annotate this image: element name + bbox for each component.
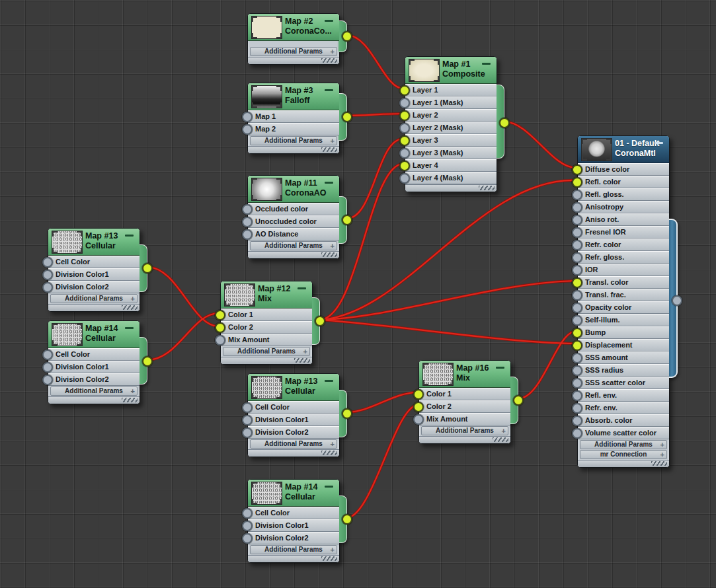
input-socket[interactable] (572, 428, 582, 439)
node-thumbnail-noise[interactable] (52, 231, 83, 254)
rollout-bar[interactable]: Additional Params+ (250, 439, 337, 449)
input-socket[interactable] (242, 112, 253, 122)
input-socket[interactable] (215, 322, 225, 333)
output-socket[interactable] (342, 215, 352, 225)
minimize-icon[interactable] (125, 235, 134, 237)
input-socket[interactable] (572, 177, 582, 188)
input-socket[interactable] (572, 240, 582, 250)
node-map14B[interactable]: Map #14CellularCell ColorDivision Color1… (247, 479, 340, 563)
input-socket[interactable] (413, 389, 424, 400)
input-socket[interactable] (242, 402, 253, 413)
node-header[interactable]: Map #12Mix (221, 281, 312, 309)
input-socket[interactable] (572, 315, 582, 326)
input-socket[interactable] (242, 229, 253, 240)
node-header[interactable]: 01 - DefaultCoronaMtl (578, 136, 669, 163)
minimize-icon[interactable] (325, 20, 333, 22)
node-map16[interactable]: Map #16MixColor 1Color 2Mix AmountAdditi… (418, 360, 511, 444)
input-socket[interactable] (399, 173, 410, 184)
input-socket[interactable] (242, 533, 253, 544)
output-socket[interactable] (342, 112, 352, 122)
node-header[interactable]: Map #2CoronaCo... (248, 14, 339, 41)
input-socket[interactable] (42, 349, 53, 360)
resize-grip[interactable] (48, 304, 139, 311)
input-socket[interactable] (572, 365, 582, 376)
node-thumbnail-cream-v[interactable] (409, 59, 440, 82)
input-socket[interactable] (413, 402, 424, 412)
wire map16.output -> material.Bump[interactable] (518, 331, 576, 399)
input-socket[interactable] (572, 353, 582, 363)
node-header[interactable]: Map #16Mix (419, 361, 510, 388)
minimize-icon[interactable] (125, 327, 134, 329)
node-header[interactable]: Map #13Cellular (48, 229, 139, 256)
input-socket[interactable] (572, 277, 582, 288)
input-socket[interactable] (572, 403, 582, 414)
rollout-bar[interactable]: Additional Params+ (223, 347, 310, 356)
output-socket[interactable] (513, 395, 524, 406)
minimize-icon[interactable] (655, 142, 663, 144)
minimize-icon[interactable] (298, 287, 306, 289)
input-socket[interactable] (42, 375, 53, 385)
input-socket[interactable] (42, 270, 53, 280)
input-socket[interactable] (572, 215, 582, 225)
input-socket[interactable] (413, 414, 424, 425)
node-material[interactable]: 01 - DefaultCoronaMtlDiffuse colorRefl. … (577, 135, 670, 468)
input-socket[interactable] (399, 123, 410, 133)
wire map2.output -> composite.Layer 1[interactable] (346, 35, 403, 89)
resize-grip[interactable] (248, 57, 339, 64)
wire map11.output -> composite.Layer 3[interactable] (346, 139, 403, 219)
node-header[interactable]: Map #13Cellular (248, 374, 339, 401)
resize-grip[interactable] (405, 184, 497, 192)
output-socket[interactable] (142, 263, 153, 274)
input-socket[interactable] (242, 217, 253, 227)
input-socket[interactable] (572, 378, 582, 388)
input-socket[interactable] (572, 290, 582, 301)
input-socket[interactable] (42, 362, 53, 373)
input-socket[interactable] (215, 310, 225, 320)
input-socket[interactable] (572, 265, 582, 276)
input-socket[interactable] (42, 257, 53, 268)
output-socket[interactable] (342, 31, 352, 42)
rollout-bar[interactable]: Additional Params+ (250, 545, 337, 554)
input-socket[interactable] (399, 148, 410, 159)
minimize-icon[interactable] (325, 380, 333, 382)
wire map13L.output -> map12.Color 2[interactable] (147, 267, 219, 326)
input-socket[interactable] (399, 85, 410, 96)
rollout-bar[interactable]: Additional Params+ (50, 294, 138, 303)
input-socket[interactable] (572, 165, 582, 175)
node-thumbnail-noise[interactable] (251, 376, 282, 399)
input-socket[interactable] (399, 161, 410, 171)
resize-grip[interactable] (419, 436, 510, 443)
node-map13L[interactable]: Map #13CellularCell ColorDivision Color1… (48, 228, 140, 312)
wire map12.output -> material.Transl. color[interactable] (319, 281, 576, 320)
input-socket[interactable] (242, 124, 253, 135)
node-map2[interactable]: Map #2CoronaCo...Additional Params+ (247, 13, 340, 65)
minimize-icon[interactable] (325, 89, 333, 91)
node-header[interactable]: Map #14Cellular (48, 321, 139, 348)
wire map12.output -> material.Refl. color[interactable] (319, 180, 576, 320)
wire map14B.output -> map16.Color 2[interactable] (346, 405, 417, 518)
input-socket[interactable] (572, 190, 582, 200)
input-socket[interactable] (572, 416, 582, 426)
input-socket[interactable] (215, 335, 225, 346)
input-socket[interactable] (572, 328, 582, 338)
input-socket[interactable] (572, 202, 582, 213)
node-thumbnail-falloff[interactable] (251, 85, 282, 108)
input-socket[interactable] (242, 427, 253, 438)
node-graph-canvas[interactable]: Map #2CoronaCo...Additional Params+Map #… (0, 0, 716, 588)
node-map3[interactable]: Map #3FalloffMap 1Map 2Additional Params… (247, 83, 340, 154)
input-socket[interactable] (399, 98, 410, 108)
resize-grip[interactable] (248, 251, 339, 258)
resize-grip[interactable] (48, 396, 139, 404)
wire map13M.output -> map16.Color 1[interactable] (346, 392, 417, 412)
input-socket[interactable] (242, 415, 253, 425)
node-map11[interactable]: Map #11CoronaAOOccluded colorUnoccluded … (247, 175, 340, 259)
rollout-bar[interactable]: Additional Params+ (250, 136, 337, 145)
rollout-bar[interactable]: Additional Params+ (250, 47, 337, 56)
rollout-bar[interactable]: Additional Params+ (580, 440, 667, 449)
input-socket[interactable] (572, 227, 582, 238)
node-thumbnail-noise[interactable] (422, 363, 454, 386)
node-header[interactable]: Map #1Composite (405, 57, 497, 84)
resize-grip[interactable] (578, 460, 669, 467)
output-socket[interactable] (342, 408, 352, 419)
input-socket[interactable] (242, 521, 253, 531)
